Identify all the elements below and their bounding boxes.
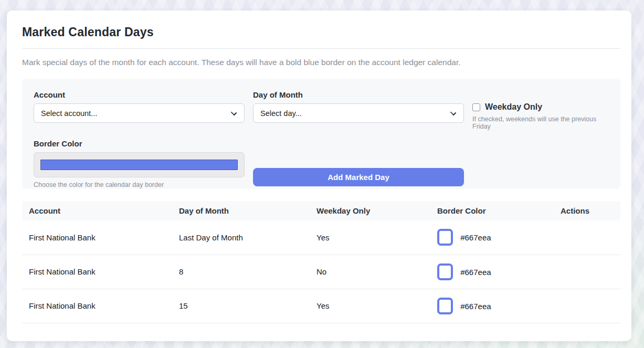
cell-account: First National Bank (22, 220, 172, 255)
cell-actions (554, 220, 620, 255)
page-title: Marked Calendar Days (22, 25, 620, 39)
weekday-only-hint: If checked, weekends will use the previo… (472, 115, 609, 130)
border-color-swatch (437, 298, 453, 314)
page-description: Mark special days of the month for each … (22, 58, 620, 67)
border-color-code: #667eea (460, 233, 491, 242)
account-select[interactable]: Select account... (34, 103, 245, 123)
table-header-day-of-month: Day of Month (172, 201, 310, 220)
cell-account: First National Bank (22, 289, 172, 323)
cell-day: Last Day of Month (172, 220, 310, 255)
title-divider (22, 48, 620, 49)
cell-border-color: #667eea (430, 289, 554, 323)
weekday-only-field: Weekday Only If checked, weekends will u… (472, 102, 609, 130)
marked-days-table: Account Day of Month Weekday Only Border… (22, 201, 620, 323)
day-of-month-select-value: Select day... (260, 109, 302, 118)
chevron-down-icon (450, 110, 456, 115)
marked-calendar-days-card: Marked Calendar Days Mark special days o… (7, 10, 631, 341)
cell-border-color: #667eea (430, 255, 554, 289)
account-select-value: Select account... (41, 109, 97, 118)
day-of-month-select[interactable]: Select day... (253, 103, 464, 123)
weekday-only-label: Weekday Only (485, 102, 542, 112)
cell-actions (554, 255, 620, 289)
border-color-swatch (437, 229, 453, 246)
table-row: First National Bank Last Day of Month Ye… (22, 220, 620, 255)
cell-weekday-only: No (310, 255, 430, 289)
cell-weekday-only: Yes (310, 220, 430, 255)
table-row: First National Bank 8 No #667eea (22, 255, 620, 289)
chevron-down-icon (231, 110, 237, 115)
weekday-only-checkbox[interactable] (472, 103, 480, 111)
border-color-bar (40, 160, 238, 170)
border-color-field: Border Color Choose the color for the ca… (34, 139, 245, 188)
day-of-month-field: Day of Month Select day... (253, 90, 464, 123)
day-of-month-label: Day of Month (253, 90, 464, 99)
cell-weekday-only: Yes (310, 289, 430, 323)
table-header-border-color: Border Color (430, 201, 554, 220)
border-color-code: #667eea (460, 267, 491, 276)
account-label: Account (34, 90, 245, 99)
cell-actions (554, 289, 620, 323)
table-header-weekday-only: Weekday Only (310, 201, 430, 220)
table-header-actions: Actions (554, 201, 620, 220)
border-color-input[interactable] (34, 152, 245, 177)
cell-day: 8 (172, 255, 310, 289)
cell-day: 15 (172, 289, 310, 323)
border-color-swatch (437, 263, 453, 280)
border-color-code: #667eea (460, 301, 491, 310)
table-row: First National Bank 15 Yes #667eea (22, 289, 620, 323)
cell-border-color: #667eea (430, 220, 554, 255)
account-field: Account Select account... (34, 90, 245, 123)
add-marked-day-button[interactable]: Add Marked Day (253, 168, 464, 186)
form-row-1: Account Select account... Day of Month S… (34, 90, 609, 130)
table-header-account: Account (22, 201, 172, 220)
border-color-label: Border Color (34, 139, 245, 148)
table-header-row: Account Day of Month Weekday Only Border… (22, 201, 620, 220)
form-row-2: Border Color Choose the color for the ca… (34, 139, 609, 188)
border-color-hint: Choose the color for the calendar day bo… (34, 181, 245, 188)
add-marked-day-form: Account Select account... Day of Month S… (22, 79, 620, 189)
cell-account: First National Bank (22, 255, 172, 289)
